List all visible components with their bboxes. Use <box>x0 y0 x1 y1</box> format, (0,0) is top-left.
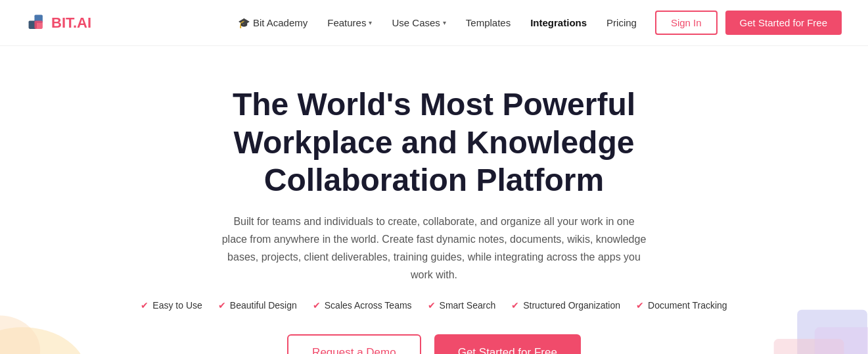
nav-item-use-cases[interactable]: Use Cases ▾ <box>384 13 453 32</box>
signin-button[interactable]: Sign In <box>655 11 718 35</box>
check-doc-tracking: ✔ Document Tracking <box>636 300 727 311</box>
check-beautiful-design: ✔ Beautiful Design <box>218 300 297 311</box>
nav-item-academy[interactable]: 🎓 Bit Academy <box>230 13 316 33</box>
navbar: BIT.AI 🎓 Bit Academy Features ▾ Use Case… <box>0 0 868 46</box>
check-icon-2: ✔ <box>218 300 226 311</box>
blob-right-decoration <box>737 292 868 354</box>
check-icon-5: ✔ <box>511 300 519 311</box>
check-smart-search: ✔ Smart Search <box>428 300 496 311</box>
request-demo-button[interactable]: Request a Demo <box>287 334 421 354</box>
hero-subtitle: Built for teams and individuals to creat… <box>221 213 648 284</box>
check-icon-3: ✔ <box>313 300 321 311</box>
check-easy-use: ✔ Easy to Use <box>141 300 202 311</box>
cta-buttons: Request a Demo Get Started for Free <box>287 334 581 354</box>
nav-item-templates[interactable]: Templates <box>458 13 518 32</box>
feature-checks: ✔ Easy to Use ✔ Beautiful Design ✔ Scale… <box>141 300 727 311</box>
nav-item-pricing[interactable]: Pricing <box>599 13 645 32</box>
svg-rect-5 <box>797 309 867 354</box>
check-icon-4: ✔ <box>428 300 436 311</box>
svg-rect-6 <box>774 339 844 354</box>
hero-section: The World's Most Powerful Workplace and … <box>0 46 868 354</box>
logo-text: BIT.AI <box>51 14 91 32</box>
svg-point-3 <box>0 327 87 354</box>
blob-left-decoration <box>0 292 105 354</box>
get-started-nav-button[interactable]: Get Started for Free <box>725 11 842 35</box>
bit-logo-icon <box>26 13 47 34</box>
nav-item-integrations[interactable]: Integrations <box>522 13 595 32</box>
svg-rect-2 <box>34 20 42 28</box>
check-scales: ✔ Scales Across Teams <box>313 300 412 311</box>
get-started-hero-button[interactable]: Get Started for Free <box>434 334 581 354</box>
nav-item-features[interactable]: Features ▾ <box>319 13 380 32</box>
svg-point-4 <box>0 315 40 354</box>
check-icon-1: ✔ <box>141 300 148 311</box>
logo[interactable]: BIT.AI <box>26 13 91 34</box>
hero-title: The World's Most Powerful Workplace and … <box>171 86 697 199</box>
svg-rect-7 <box>815 327 868 354</box>
check-structured-org: ✔ Structured Organization <box>511 300 620 311</box>
check-icon-6: ✔ <box>636 300 644 311</box>
